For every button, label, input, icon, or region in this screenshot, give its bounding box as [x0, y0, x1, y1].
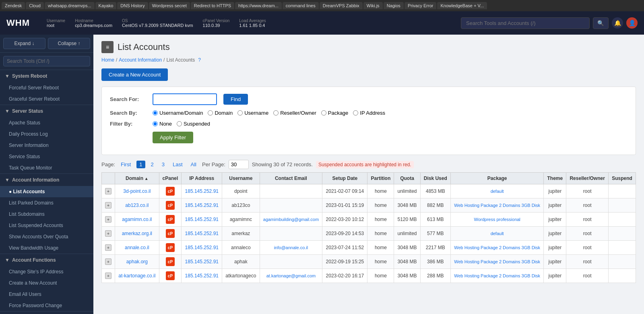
page-3[interactable]: 3	[159, 161, 167, 168]
browser-tab-zabbix[interactable]: DreamVPS Zabbix	[320, 2, 363, 9]
sidebar-item-apache-status[interactable]: Apache Status	[0, 117, 93, 128]
row-cpanel[interactable]: cP	[159, 198, 182, 213]
sidebar-search-area	[0, 53, 93, 70]
browser-tab-kayako[interactable]: Kayako	[95, 2, 117, 9]
sidebar-item-list-parked-domains[interactable]: List Parked Domains	[0, 197, 93, 209]
sidebar-item-list-subdomains[interactable]: List Subdomains	[0, 209, 93, 220]
browser-tab-zendesk[interactable]: Zendesk	[2, 2, 25, 9]
row-domain: agamimn.co.il	[115, 213, 159, 227]
page-last[interactable]: Last	[170, 161, 185, 168]
search-tools-input[interactable]	[461, 17, 590, 29]
sidebar-item-force-password-change[interactable]: Force Password Change	[0, 300, 93, 311]
find-button[interactable]: Find	[223, 94, 248, 105]
sidebar-section-header-system-reboot[interactable]: ▼ System Reboot	[0, 70, 93, 82]
collapse-button[interactable]: Collapse ↑	[48, 38, 90, 49]
browser-tab-wiki[interactable]: Wiki.js	[363, 2, 383, 9]
row-expand-btn[interactable]: +	[102, 241, 115, 255]
expand-button[interactable]: Expand ↓	[3, 38, 45, 49]
sidebar-item-show-accounts-over-quota[interactable]: Show Accounts Over Quota	[0, 231, 93, 242]
row-disk-used: 386 MB	[420, 255, 450, 269]
breadcrumb-section[interactable]: Account Information	[119, 57, 162, 63]
col-disk-used[interactable]: Disk Used	[420, 173, 450, 184]
sidebar-item-daily-process-log[interactable]: Daily Process Log	[0, 128, 93, 140]
row-expand-btn[interactable]: +	[102, 213, 115, 227]
sidebar-section-server-status: ▼ Server Status Apache Status Daily Proc…	[0, 105, 93, 174]
row-cpanel[interactable]: cP	[159, 269, 182, 283]
search-tools-button[interactable]: 🔍	[593, 17, 609, 29]
browser-tab-cloud[interactable]: Cloud	[26, 2, 44, 9]
sidebar-item-server-information[interactable]: Server Information	[0, 140, 93, 151]
row-expand-btn[interactable]: +	[102, 269, 115, 283]
sidebar-item-email-all-users[interactable]: Email All Users	[0, 289, 93, 300]
row-cpanel[interactable]: cP	[159, 255, 182, 269]
search-by-ip[interactable]: IP Address	[353, 110, 385, 116]
sidebar-item-graceful-reboot[interactable]: Graceful Server Reboot	[0, 93, 93, 105]
search-by-username[interactable]: Username	[237, 110, 268, 116]
row-expand-btn[interactable]: +	[102, 227, 115, 241]
section-label: Account Information	[12, 177, 59, 183]
col-username[interactable]: Username	[222, 173, 260, 184]
sidebar-section-header-server-status[interactable]: ▼ Server Status	[0, 105, 93, 117]
sidebar-item-forceful-reboot[interactable]: Forceful Server Reboot	[0, 82, 93, 93]
breadcrumb-home[interactable]: Home	[101, 57, 114, 63]
sidebar-item-task-queue-monitor[interactable]: Task Queue Monitor	[0, 162, 93, 174]
row-cpanel[interactable]: cP	[159, 184, 182, 198]
browser-tab-dream[interactable]: https://www.dream...	[235, 2, 282, 9]
sidebar-section-header-account-information[interactable]: ▼ Account Information	[0, 174, 93, 186]
notifications-icon[interactable]: 🔔	[612, 17, 623, 29]
browser-tab-whatsapp[interactable]: whatsapp.dreamvps...	[45, 2, 95, 9]
sidebar-item-view-bandwidth-usage[interactable]: View Bandwidth Usage	[0, 242, 93, 254]
row-expand-btn[interactable]: +	[102, 184, 115, 198]
browser-tab-nagios[interactable]: Nagios	[384, 2, 404, 9]
browser-tab-cmd[interactable]: command lines	[283, 2, 319, 9]
col-partition[interactable]: Partition	[367, 173, 394, 184]
create-new-account-button[interactable]: Create a New Account	[101, 68, 168, 81]
page-all[interactable]: All	[188, 161, 199, 168]
col-package[interactable]: Package	[450, 173, 544, 184]
browser-tab-privacy[interactable]: Privacy Error	[405, 2, 437, 9]
search-by-domain[interactable]: Domain	[208, 110, 233, 116]
sidebar-search-input[interactable]	[3, 56, 90, 66]
col-email[interactable]: Contact Email	[260, 173, 322, 184]
filter-by-none[interactable]: None	[153, 121, 172, 127]
browser-tab-redirect[interactable]: Redirect to HTTPS	[191, 2, 234, 9]
row-expand-btn[interactable]: +	[102, 198, 115, 213]
help-icon[interactable]: ?	[198, 57, 201, 63]
row-ip: 185.145.252.91	[182, 198, 222, 213]
col-theme[interactable]: Theme	[544, 173, 566, 184]
col-ip[interactable]: IP Address	[182, 173, 222, 184]
sidebar-section-header-account-functions[interactable]: ▼ Account Functions	[0, 254, 93, 266]
col-domain[interactable]: Domain	[115, 173, 159, 184]
user-avatar[interactable]: 👤	[626, 17, 638, 29]
row-reseller: root	[566, 255, 609, 269]
col-reseller[interactable]: Reseller/Owner	[566, 173, 609, 184]
col-quota[interactable]: Quota	[394, 173, 420, 184]
per-page-input[interactable]	[229, 160, 249, 169]
col-cpanel: cPanel	[159, 173, 182, 184]
browser-tab-dns[interactable]: DNS History	[117, 2, 148, 9]
sidebar-item-change-site-ip[interactable]: Change Site's IP Address	[0, 266, 93, 277]
row-expand-btn[interactable]: +	[102, 255, 115, 269]
filter-by-suspended[interactable]: Suspended	[177, 121, 210, 127]
browser-tab-wordpress[interactable]: Wordpress secret	[149, 2, 190, 9]
search-by-reseller[interactable]: Reseller/Owner	[273, 110, 316, 116]
col-setup-date[interactable]: Setup Date	[322, 173, 367, 184]
search-for-input[interactable]	[153, 93, 217, 105]
sidebar-item-list-suspended-accounts[interactable]: List Suspended Accounts	[0, 220, 93, 231]
sidebar-item-list-accounts[interactable]: ● List Accounts	[0, 186, 93, 197]
search-by-username-domain[interactable]: Username/Domain	[153, 110, 203, 116]
row-package: Web Hosting Package 2 Domains 3GB Disk	[450, 255, 544, 269]
search-by-package[interactable]: Package	[321, 110, 349, 116]
page-2[interactable]: 2	[149, 161, 156, 168]
row-cpanel[interactable]: cP	[159, 213, 182, 227]
row-cpanel[interactable]: cP	[159, 227, 182, 241]
row-username: aphak	[222, 255, 260, 269]
page-1[interactable]: 1	[136, 161, 145, 168]
accounts-table-body: + 3d-point.co.il cP 185.145.252.91 dpoin…	[102, 184, 636, 283]
browser-tab-kb[interactable]: KnowledgeBase + V...	[437, 2, 487, 9]
sidebar-item-service-status[interactable]: Service Status	[0, 151, 93, 162]
row-cpanel[interactable]: cP	[159, 241, 182, 255]
sidebar-item-create-new-account[interactable]: Create a New Account	[0, 277, 93, 289]
page-first[interactable]: First	[118, 161, 133, 168]
apply-filter-button[interactable]: Apply Filter	[153, 132, 193, 143]
